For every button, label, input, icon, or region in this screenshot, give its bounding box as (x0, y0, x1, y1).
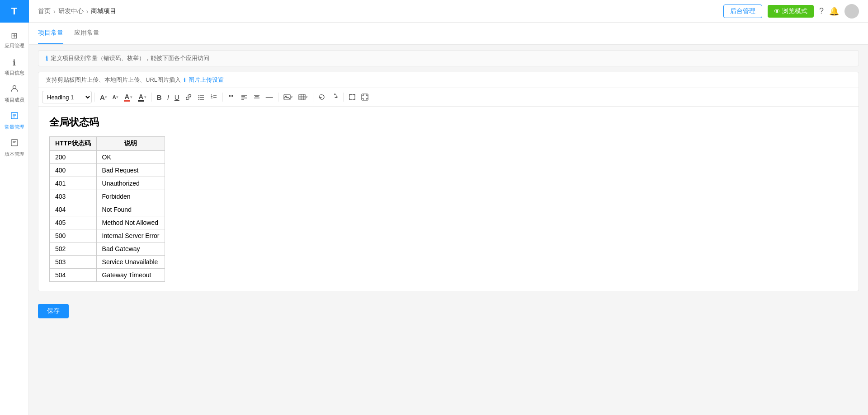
sidebar-item-label: 项目成员 (5, 97, 24, 103)
table-cell-desc: Unauthorized (96, 177, 165, 190)
font-bg-button[interactable]: A ▾ (136, 91, 149, 103)
underline-button[interactable]: U (172, 91, 182, 103)
heading-select[interactable]: Heading 1 Heading 2 Heading 3 Normal (42, 91, 92, 103)
table-cell-desc: Service Unavailable (96, 256, 165, 269)
header: 首页 › 研发中心 › 商城项目 后台管理 👁 浏览模式 ? 🔔 (29, 0, 868, 23)
table-cell-desc: Method Not Allowed (96, 216, 165, 229)
preview-label: 浏览模式 (782, 7, 807, 15)
hr-button[interactable]: — (264, 91, 275, 103)
sidebar-item-project-info[interactable]: ℹ 项目信息 (0, 53, 29, 80)
table-cell-desc: Bad Gateway (96, 242, 165, 256)
expand-button[interactable] (346, 91, 358, 103)
unordered-list-button[interactable] (195, 91, 207, 103)
toolbar-sep-1 (94, 93, 95, 102)
preview-eye-icon: 👁 (774, 8, 780, 15)
sidebar-item-version-manage[interactable]: 版本管理 (0, 135, 29, 162)
notification-icon[interactable]: 🔔 (829, 6, 839, 16)
svg-point-8 (850, 8, 854, 12)
editor-body[interactable]: 全局状态码 HTTP状态码 说明 200OK400Bad Request401U… (38, 107, 859, 291)
preview-button[interactable]: 👁 浏览模式 (768, 5, 814, 18)
font-bg-label: A (139, 93, 143, 100)
constant-manage-icon (10, 112, 19, 122)
link-button[interactable] (183, 91, 194, 103)
align-left-button[interactable] (238, 91, 250, 103)
table-cell-code: 503 (50, 256, 97, 269)
sidebar-item-label: 常量管理 (5, 124, 24, 131)
tab-app-constants[interactable]: 应用常量 (74, 23, 99, 44)
upload-bar: 支持剪贴板图片上传、本地图片上传、URL图片插入 ℹ 图片上传设置 (38, 72, 859, 88)
fullscreen-button[interactable] (359, 91, 371, 103)
svg-point-9 (198, 95, 199, 96)
table-cell-code: 403 (50, 190, 97, 203)
table-cell-code: 504 (50, 269, 97, 282)
font-size-button[interactable]: A ▾ (98, 91, 109, 103)
breadcrumb-sep-2: › (86, 8, 89, 15)
sidebar-item-label: 应用管理 (5, 42, 24, 49)
toolbar-sep-5 (313, 93, 313, 102)
version-manage-icon (10, 139, 19, 149)
table-row: 401Unauthorized (50, 177, 165, 190)
svg-rect-28 (284, 94, 290, 100)
editor-title: 全局状态码 (49, 116, 848, 129)
table-cell-desc: Not Found (96, 203, 165, 216)
undo-button[interactable] (316, 91, 328, 103)
content-area: ℹ 定义项目级别常量（错误码、枚举），能被下面各个应用访问 支持剪贴板图片上传、… (29, 45, 868, 415)
app-manage-icon: ⊞ (11, 31, 18, 41)
table-row: 503Service Unavailable (50, 256, 165, 269)
table-cell-code: 200 (50, 151, 97, 164)
font-size-label: A (100, 93, 105, 101)
bold-button[interactable]: B (155, 91, 164, 103)
table-cell-desc: Bad Request (96, 164, 165, 177)
help-icon[interactable]: ? (819, 6, 824, 16)
info-bar: ℹ 定义项目级别常量（错误码、枚举），能被下面各个应用访问 (38, 50, 859, 66)
project-info-icon: ℹ (13, 58, 16, 68)
sidebar-item-constant-manage[interactable]: 常量管理 (0, 107, 29, 135)
font-size-arrow: ▾ (105, 95, 107, 99)
table-cell-code: 405 (50, 216, 97, 229)
ordered-list-button[interactable]: 1.2. (208, 91, 220, 103)
tab-project-constants[interactable]: 项目常量 (38, 23, 63, 44)
table-cell-desc: Forbidden (96, 190, 165, 203)
sidebar: T ⊞ 应用管理 ℹ 项目信息 项目成员 常量管理 版本管理 (0, 0, 29, 415)
table-body: 200OK400Bad Request401Unauthorized403For… (50, 151, 165, 282)
table-row: 405Method Not Allowed (50, 216, 165, 229)
breadcrumb-home[interactable]: 首页 (38, 7, 51, 15)
table-row: 403Forbidden (50, 190, 165, 203)
table-cell-code: 400 (50, 164, 97, 177)
breadcrumb-sep-1: › (53, 8, 56, 15)
toolbar-sep-6 (343, 93, 344, 102)
svg-rect-19 (229, 95, 231, 97)
align-center-button[interactable] (251, 91, 263, 103)
table-row: 500Internal Server Error (50, 229, 165, 242)
table-button[interactable]: ▾ (296, 91, 310, 103)
save-button[interactable]: 保存 (38, 304, 69, 318)
project-members-icon (10, 84, 19, 95)
font-size-small-label: A (113, 94, 116, 100)
font-bg-bar (138, 100, 144, 102)
upload-info-icon: ℹ (184, 77, 186, 84)
table-cell-code: 500 (50, 229, 97, 242)
font-color-button[interactable]: A ▾ (122, 91, 135, 103)
sidebar-item-app-manage[interactable]: ⊞ 应用管理 (0, 26, 29, 53)
main-content: 首页 › 研发中心 › 商城项目 后台管理 👁 浏览模式 ? 🔔 项目常量 应用… (29, 0, 868, 415)
table-arrow: ▾ (306, 95, 308, 99)
sidebar-item-project-members[interactable]: 项目成员 (0, 80, 29, 107)
font-size-small-button[interactable]: A ▾ (110, 91, 121, 103)
table-cell-code: 404 (50, 203, 97, 216)
image-button[interactable]: ▾ (281, 91, 295, 103)
font-size-small-arrow: ▾ (116, 95, 118, 99)
italic-button[interactable]: I (165, 91, 171, 103)
breadcrumb-dev-center[interactable]: 研发中心 (58, 7, 84, 15)
toolbar-sep-2 (151, 93, 152, 102)
tabs: 项目常量 应用常量 (29, 23, 868, 45)
block-quote-button[interactable] (226, 91, 237, 103)
table-cell-code: 401 (50, 177, 97, 190)
table-cell-desc: Internal Server Error (96, 229, 165, 242)
redo-button[interactable] (329, 91, 340, 103)
admin-button[interactable]: 后台管理 (723, 5, 762, 18)
svg-rect-20 (231, 95, 233, 97)
upload-settings-link[interactable]: 图片上传设置 (189, 76, 224, 84)
editor-toolbar: Heading 1 Heading 2 Heading 3 Normal A ▾… (38, 88, 859, 107)
avatar[interactable] (844, 4, 859, 19)
upload-text: 支持剪贴板图片上传、本地图片上传、URL图片插入 (46, 76, 181, 84)
